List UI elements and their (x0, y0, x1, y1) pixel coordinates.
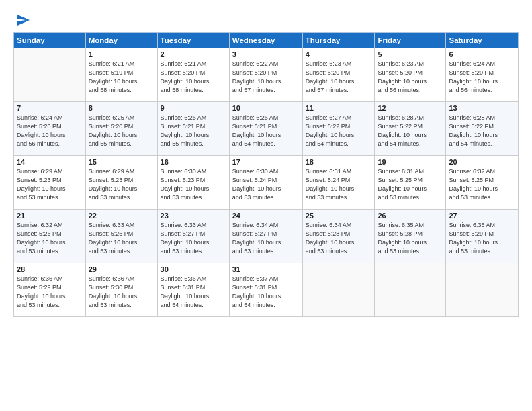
day-number: 5 (378, 50, 443, 58)
day-info: Sunrise: 6:37 AM Sunset: 5:31 PM Dayligh… (232, 275, 300, 310)
day-info: Sunrise: 6:26 AM Sunset: 5:21 PM Dayligh… (161, 113, 226, 148)
day-info: Sunrise: 6:28 AM Sunset: 5:22 PM Dayligh… (449, 113, 515, 148)
calendar-header-row: SundayMondayTuesdayWednesdayThursdayFrid… (14, 33, 519, 48)
day-info: Sunrise: 6:35 AM Sunset: 5:29 PM Dayligh… (449, 221, 515, 256)
day-number: 17 (232, 158, 300, 166)
day-number: 1 (89, 50, 154, 58)
day-info: Sunrise: 6:34 AM Sunset: 5:27 PM Dayligh… (232, 221, 300, 256)
day-info: Sunrise: 6:22 AM Sunset: 5:20 PM Dayligh… (232, 60, 300, 95)
calendar-cell (302, 263, 375, 317)
calendar-cell: 16Sunrise: 6:30 AM Sunset: 5:23 PM Dayli… (157, 156, 229, 210)
day-info: Sunrise: 6:31 AM Sunset: 5:25 PM Dayligh… (378, 167, 443, 202)
calendar-cell: 6Sunrise: 6:24 AM Sunset: 5:20 PM Daylig… (446, 48, 519, 102)
calendar-table: SundayMondayTuesdayWednesdayThursdayFrid… (13, 32, 519, 317)
day-number: 25 (306, 212, 372, 220)
day-number: 24 (232, 212, 300, 220)
calendar-cell: 10Sunrise: 6:26 AM Sunset: 5:21 PM Dayli… (229, 102, 302, 156)
day-number: 3 (232, 50, 300, 58)
day-info: Sunrise: 6:30 AM Sunset: 5:24 PM Dayligh… (232, 167, 300, 202)
day-number: 28 (17, 265, 83, 273)
col-header-sunday: Sunday (14, 33, 86, 48)
logo (13, 13, 30, 28)
calendar-cell: 30Sunrise: 6:36 AM Sunset: 5:31 PM Dayli… (157, 263, 229, 317)
col-header-wednesday: Wednesday (229, 33, 302, 48)
page: SundayMondayTuesdayWednesdayThursdayFrid… (0, 0, 532, 411)
day-number: 9 (161, 104, 226, 112)
day-info: Sunrise: 6:35 AM Sunset: 5:28 PM Dayligh… (378, 221, 443, 256)
calendar-cell (14, 48, 86, 102)
calendar-cell: 27Sunrise: 6:35 AM Sunset: 5:29 PM Dayli… (446, 210, 519, 263)
calendar-cell: 22Sunrise: 6:33 AM Sunset: 5:26 PM Dayli… (85, 210, 157, 263)
calendar-cell: 23Sunrise: 6:33 AM Sunset: 5:27 PM Dayli… (157, 210, 229, 263)
week-row-2: 7Sunrise: 6:24 AM Sunset: 5:20 PM Daylig… (14, 102, 519, 156)
calendar-cell: 5Sunrise: 6:23 AM Sunset: 5:20 PM Daylig… (375, 48, 446, 102)
day-number: 23 (161, 212, 226, 220)
day-info: Sunrise: 6:30 AM Sunset: 5:23 PM Dayligh… (161, 167, 226, 202)
calendar-cell: 2Sunrise: 6:21 AM Sunset: 5:20 PM Daylig… (157, 48, 229, 102)
col-header-saturday: Saturday (446, 33, 519, 48)
calendar-cell: 3Sunrise: 6:22 AM Sunset: 5:20 PM Daylig… (229, 48, 302, 102)
col-header-tuesday: Tuesday (157, 33, 229, 48)
day-info: Sunrise: 6:23 AM Sunset: 5:20 PM Dayligh… (378, 60, 443, 95)
day-number: 7 (17, 104, 83, 112)
calendar-cell: 12Sunrise: 6:28 AM Sunset: 5:22 PM Dayli… (375, 102, 446, 156)
day-number: 13 (449, 104, 515, 112)
day-number: 27 (449, 212, 515, 220)
day-number: 8 (89, 104, 154, 112)
calendar-cell: 9Sunrise: 6:26 AM Sunset: 5:21 PM Daylig… (157, 102, 229, 156)
day-number: 22 (89, 212, 154, 220)
day-info: Sunrise: 6:21 AM Sunset: 5:20 PM Dayligh… (161, 60, 226, 95)
day-number: 4 (306, 50, 372, 58)
col-header-friday: Friday (375, 33, 446, 48)
day-info: Sunrise: 6:31 AM Sunset: 5:24 PM Dayligh… (306, 167, 372, 202)
calendar-cell: 8Sunrise: 6:25 AM Sunset: 5:20 PM Daylig… (85, 102, 157, 156)
day-info: Sunrise: 6:34 AM Sunset: 5:28 PM Dayligh… (306, 221, 372, 256)
day-number: 11 (306, 104, 372, 112)
logo-icon (15, 13, 30, 28)
calendar-cell: 18Sunrise: 6:31 AM Sunset: 5:24 PM Dayli… (302, 156, 375, 210)
calendar-cell: 17Sunrise: 6:30 AM Sunset: 5:24 PM Dayli… (229, 156, 302, 210)
day-number: 29 (89, 265, 154, 273)
day-number: 20 (449, 158, 515, 166)
calendar-cell: 31Sunrise: 6:37 AM Sunset: 5:31 PM Dayli… (229, 263, 302, 317)
day-info: Sunrise: 6:24 AM Sunset: 5:20 PM Dayligh… (17, 113, 83, 148)
calendar-cell: 20Sunrise: 6:32 AM Sunset: 5:25 PM Dayli… (446, 156, 519, 210)
day-number: 31 (232, 265, 300, 273)
calendar-cell: 14Sunrise: 6:29 AM Sunset: 5:23 PM Dayli… (14, 156, 86, 210)
day-number: 14 (17, 158, 83, 166)
day-number: 30 (161, 265, 226, 273)
calendar-cell: 28Sunrise: 6:36 AM Sunset: 5:29 PM Dayli… (14, 263, 86, 317)
calendar-cell: 15Sunrise: 6:29 AM Sunset: 5:23 PM Dayli… (85, 156, 157, 210)
day-number: 15 (89, 158, 154, 166)
day-info: Sunrise: 6:25 AM Sunset: 5:20 PM Dayligh… (89, 113, 154, 148)
calendar-cell: 7Sunrise: 6:24 AM Sunset: 5:20 PM Daylig… (14, 102, 86, 156)
calendar-cell: 19Sunrise: 6:31 AM Sunset: 5:25 PM Dayli… (375, 156, 446, 210)
calendar-cell: 11Sunrise: 6:27 AM Sunset: 5:22 PM Dayli… (302, 102, 375, 156)
day-info: Sunrise: 6:32 AM Sunset: 5:26 PM Dayligh… (17, 221, 83, 256)
day-info: Sunrise: 6:28 AM Sunset: 5:22 PM Dayligh… (378, 113, 443, 148)
calendar-cell: 25Sunrise: 6:34 AM Sunset: 5:28 PM Dayli… (302, 210, 375, 263)
svg-marker-0 (17, 15, 30, 26)
calendar-cell: 1Sunrise: 6:21 AM Sunset: 5:19 PM Daylig… (85, 48, 157, 102)
day-info: Sunrise: 6:32 AM Sunset: 5:25 PM Dayligh… (449, 167, 515, 202)
week-row-5: 28Sunrise: 6:36 AM Sunset: 5:29 PM Dayli… (14, 263, 519, 317)
week-row-3: 14Sunrise: 6:29 AM Sunset: 5:23 PM Dayli… (14, 156, 519, 210)
calendar-cell (375, 263, 446, 317)
day-info: Sunrise: 6:21 AM Sunset: 5:19 PM Dayligh… (89, 60, 154, 95)
day-info: Sunrise: 6:36 AM Sunset: 5:31 PM Dayligh… (161, 275, 226, 310)
week-row-4: 21Sunrise: 6:32 AM Sunset: 5:26 PM Dayli… (14, 210, 519, 263)
calendar-cell: 26Sunrise: 6:35 AM Sunset: 5:28 PM Dayli… (375, 210, 446, 263)
col-header-thursday: Thursday (302, 33, 375, 48)
header (13, 11, 519, 28)
day-info: Sunrise: 6:33 AM Sunset: 5:26 PM Dayligh… (89, 221, 154, 256)
day-number: 6 (449, 50, 515, 58)
day-number: 19 (378, 158, 443, 166)
day-info: Sunrise: 6:29 AM Sunset: 5:23 PM Dayligh… (89, 167, 154, 202)
calendar-cell (446, 263, 519, 317)
week-row-1: 1Sunrise: 6:21 AM Sunset: 5:19 PM Daylig… (14, 48, 519, 102)
calendar-cell: 29Sunrise: 6:36 AM Sunset: 5:30 PM Dayli… (85, 263, 157, 317)
day-info: Sunrise: 6:26 AM Sunset: 5:21 PM Dayligh… (232, 113, 300, 148)
day-number: 26 (378, 212, 443, 220)
day-number: 10 (232, 104, 300, 112)
calendar-cell: 4Sunrise: 6:23 AM Sunset: 5:20 PM Daylig… (302, 48, 375, 102)
